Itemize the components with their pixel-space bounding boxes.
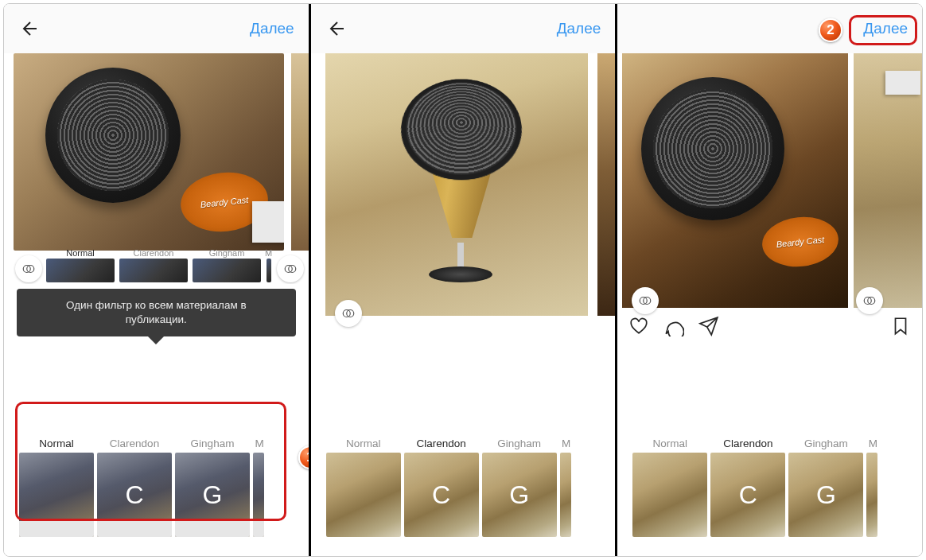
filter-label: Clarendon [110,434,159,453]
edit-image-button[interactable] [632,287,659,314]
bookmark-icon[interactable] [890,316,911,336]
photo-2-peek [291,53,309,251]
photo-2 [854,53,922,308]
filter-label: Clarendon [417,434,466,453]
edit-image-button[interactable] [15,255,42,282]
app-frame: Далее Beardy Cast Normal Clarendon [3,3,923,557]
filter-label: M [560,434,570,453]
per-image-filter-strip: Normal Clarendon Gingham M [15,249,304,282]
mini-filter-label: Normal [66,248,94,258]
edit-image-button-2[interactable] [277,255,304,282]
tooltip: Один фильтр ко всем материалам в публика… [17,289,296,336]
media-preview[interactable]: Beardy Cast Normal Clarendon Gingham [4,53,309,284]
header: Далее [4,4,309,53]
filter-label: Normal [653,434,688,453]
back-button[interactable] [325,18,346,39]
mini-filter-thumb [119,259,188,282]
filter-strip[interactable]: Normal Clarendon C Gingham G M [311,427,616,556]
filter-normal[interactable]: Normal [325,434,402,554]
stand-object [429,243,492,282]
screen-3: Далее Beardy Cast [617,4,922,556]
venn-icon [21,262,36,276]
filter-letter: G [509,480,529,510]
header: Далее [617,4,922,53]
filter-label: Gingham [497,434,541,453]
filter-thumb: C [710,453,785,537]
filter-more[interactable]: M [559,434,572,554]
mini-filter-thumb [46,259,115,282]
header: Далее [311,4,616,53]
screen-2: Далее Normal Claren [311,4,618,556]
edit-image-button[interactable] [335,300,362,327]
filter-thumb [326,453,401,537]
filter-letter: C [125,480,143,510]
filter-more[interactable]: M [866,434,878,554]
filter-normal[interactable]: Normal [18,434,95,554]
filter-thumb: C [404,453,479,537]
edit-image-button-2[interactable] [856,287,883,314]
filter-letter: G [203,480,223,510]
mini-filter-normal[interactable]: Normal [45,248,115,282]
filter-clarendon[interactable]: Clarendon C [403,434,480,554]
photo-1: Beardy Cast [14,53,284,251]
venn-icon [862,294,877,308]
mini-filter-clarendon[interactable]: Clarendon [119,248,189,282]
filter-label: Normal [346,434,381,453]
mini-filter-gingham[interactable]: Gingham [192,248,262,282]
filter-label: M [253,434,263,453]
media-preview[interactable]: Beardy Cast [617,53,922,356]
filter-thumb: G [482,453,557,537]
box-object [252,201,284,243]
filter-letter: C [432,480,450,510]
heart-icon[interactable] [628,316,649,336]
mini-filter-thumb [193,259,261,282]
speaker-object [45,68,181,203]
filter-label: Gingham [804,434,848,453]
arrow-left-icon [19,19,38,38]
filter-clarendon[interactable]: Clarendon C [710,434,786,554]
cone-speaker-object [402,63,521,222]
filter-strip[interactable]: Normal Clarendon C Gingham G M [4,427,309,556]
venn-icon [283,262,298,276]
mini-filter-more[interactable]: M [265,248,272,282]
filter-thumb [866,453,877,537]
filter-more[interactable]: M [252,434,265,554]
box-object [885,71,920,95]
photo-2-peek [597,53,615,316]
filter-normal[interactable]: Normal [632,434,708,554]
back-button[interactable] [18,18,39,39]
filter-gingham[interactable]: Gingham G [174,434,251,554]
filter-clarendon[interactable]: Clarendon C [96,434,173,554]
filter-label: M [867,434,877,453]
photo-1 [325,53,588,316]
filter-strip[interactable]: Normal Clarendon C Gingham G M [617,427,922,556]
filter-thumb [253,453,264,537]
speaker-object [641,77,784,220]
filter-gingham[interactable]: Gingham G [788,434,864,554]
filter-label: Normal [39,434,74,453]
screen-1: Далее Beardy Cast Normal Clarendon [4,4,311,556]
venn-icon [638,294,652,308]
arrow-left-icon [326,19,345,38]
media-preview[interactable] [311,53,616,356]
filter-thumb [632,453,707,537]
share-icon[interactable] [698,316,719,336]
filter-label: Clarendon [723,434,772,453]
photo-1: Beardy Cast [622,53,848,308]
filter-label: Gingham [191,434,235,453]
next-button[interactable]: Далее [250,20,294,37]
filter-letter: G [816,480,836,510]
mini-filter-label: Clarendon [134,248,174,258]
mini-filter-label: M [265,248,272,258]
mini-filter-thumb [267,259,271,282]
venn-icon [341,306,356,321]
mini-filter-label: Gingham [209,248,245,258]
post-actions-row [624,313,916,340]
filter-gingham[interactable]: Gingham G [481,434,558,554]
filter-thumb: G [788,453,863,537]
comment-icon[interactable] [663,316,684,336]
coaster-object: Beardy Cast [760,213,841,270]
filter-thumb [560,453,571,537]
next-button[interactable]: Далее [863,20,908,37]
next-button[interactable]: Далее [557,20,601,37]
